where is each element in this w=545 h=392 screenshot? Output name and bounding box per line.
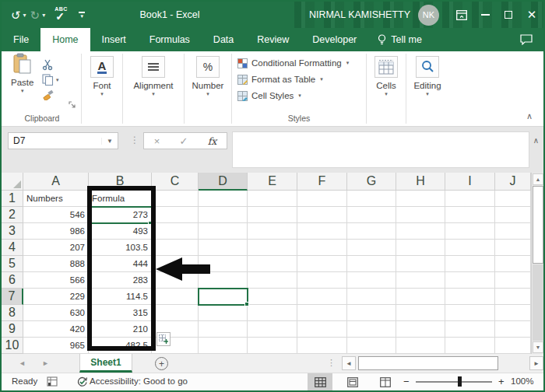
column-header-A[interactable]: A [23,173,89,191]
collapse-ribbon-icon[interactable]: ∧ [526,111,533,121]
previous-sheet-icon[interactable]: ◄ [19,354,26,373]
cell-E3[interactable] [248,223,297,240]
select-all-corner[interactable] [2,173,23,191]
conditional-formatting-button[interactable]: Conditional Formatting ▾ [232,54,366,71]
cell-F7[interactable] [297,289,347,305]
cell-I3[interactable] [445,223,495,240]
row-header-6[interactable]: 6 [2,272,23,289]
cell-E6[interactable] [248,272,297,289]
tab-formulas[interactable]: Formulas [138,28,202,51]
cell-E7[interactable] [248,289,297,305]
cell-I10[interactable] [445,338,495,354]
cell-J3[interactable] [495,223,531,240]
cell-B10[interactable]: 482.5 [89,338,152,354]
vertical-scrollbar-thumb[interactable] [533,186,543,264]
cell-D1[interactable] [199,191,248,207]
cell-G2[interactable] [347,207,396,223]
tab-data[interactable]: Data [202,28,245,51]
selected-cell-d7[interactable] [198,288,248,306]
cell-F10[interactable] [297,338,347,354]
cell-G3[interactable] [347,223,396,240]
column-header-H[interactable]: H [396,173,445,191]
cell-J2[interactable] [495,207,531,223]
name-box[interactable]: D7 ▼ [8,132,118,149]
cell-C2[interactable] [152,207,199,223]
cell-J7[interactable] [495,289,531,305]
column-header-F[interactable]: F [297,173,347,191]
normal-view-button[interactable] [308,373,332,390]
horizontal-scrollbar-thumb[interactable] [358,356,498,370]
cell-D9[interactable] [199,321,248,338]
tab-home[interactable]: Home [40,28,90,51]
new-sheet-icon[interactable]: + [155,357,168,370]
cell-A1[interactable]: Numbers [23,191,89,207]
column-header-I[interactable]: I [445,173,495,191]
row-header-4[interactable]: 4 [2,240,23,256]
cell-J5[interactable] [495,256,531,272]
cell-J10[interactable] [495,338,531,354]
cell-G6[interactable] [347,272,396,289]
cell-D10[interactable] [199,338,248,354]
column-header-G[interactable]: G [347,173,396,191]
zoom-in-icon[interactable]: + [498,376,505,387]
cell-I4[interactable] [445,240,495,256]
cell-A8[interactable]: 630 [23,305,89,321]
enter-icon[interactable]: ✓ [179,135,188,147]
cell-H10[interactable] [396,338,445,354]
cells-group-button[interactable]: Cells ▾ [367,51,406,126]
close-button[interactable]: ✕ [520,2,543,28]
cell-styles-button[interactable]: Cell Styles ▾ [232,87,366,103]
row-header-1[interactable]: 1 [2,191,23,207]
row-header-10[interactable]: 10 [2,338,23,354]
page-break-preview-button[interactable] [373,373,398,390]
cell-G1[interactable] [347,191,396,207]
scroll-up-icon[interactable]: ▲ [533,173,543,185]
cell-H2[interactable] [396,207,445,223]
customize-qat-icon[interactable]: ▾ [79,12,85,18]
cell-E5[interactable] [248,256,297,272]
cell-A4[interactable]: 207 [23,240,89,256]
cell-B6[interactable]: 283 [89,272,152,289]
row-header-3[interactable]: 3 [2,223,23,240]
tab-file[interactable]: File [2,28,40,51]
undo-dropdown-icon[interactable]: ▾ [23,12,26,19]
cell-E10[interactable] [248,338,297,354]
cell-H8[interactable] [396,305,445,321]
cell-B1[interactable]: Formula [89,191,152,207]
name-box-dropdown-icon[interactable]: ▼ [101,138,118,145]
page-layout-view-button[interactable] [340,373,365,390]
sheet-tab-sheet1[interactable]: Sheet1 [79,354,132,373]
copy-button[interactable]: ▾ [42,72,59,87]
tab-developer[interactable]: Developer [301,28,368,51]
clipboard-dialog-launcher-icon[interactable] [69,98,76,112]
tell-me-box[interactable]: Tell me [368,28,431,51]
cell-B4[interactable]: 103.5 [89,240,152,256]
cell-B7[interactable]: 114.5 [89,289,152,305]
cell-F5[interactable] [297,256,347,272]
cell-G10[interactable] [347,338,396,354]
cell-H7[interactable] [396,289,445,305]
cell-I8[interactable] [445,305,495,321]
cell-B9[interactable]: 210 [89,321,152,338]
accessibility-status-label[interactable]: Accessibility: Good to go [90,376,188,386]
column-header-J[interactable]: J [495,173,531,191]
cut-button[interactable] [42,58,59,72]
cell-E8[interactable] [248,305,297,321]
cell-B5[interactable]: 444 [89,256,152,272]
cell-D2[interactable] [199,207,248,223]
expand-formula-bar-icon[interactable]: ∧ [533,136,539,145]
cell-A10[interactable]: 965 [23,338,89,354]
cell-C4[interactable] [152,240,199,256]
cell-A9[interactable]: 420 [23,321,89,338]
cell-C6[interactable] [152,272,199,289]
cell-I5[interactable] [445,256,495,272]
cell-H9[interactable] [396,321,445,338]
zoom-out-icon[interactable]: − [403,376,410,387]
cell-J8[interactable] [495,305,531,321]
column-header-C[interactable]: C [152,173,199,191]
cell-B2[interactable]: 273 [89,207,152,223]
row-header-7[interactable]: 7 [2,289,23,305]
cell-A5[interactable]: 888 [23,256,89,272]
accessibility-icon[interactable] [76,376,88,389]
cell-F3[interactable] [297,223,347,240]
